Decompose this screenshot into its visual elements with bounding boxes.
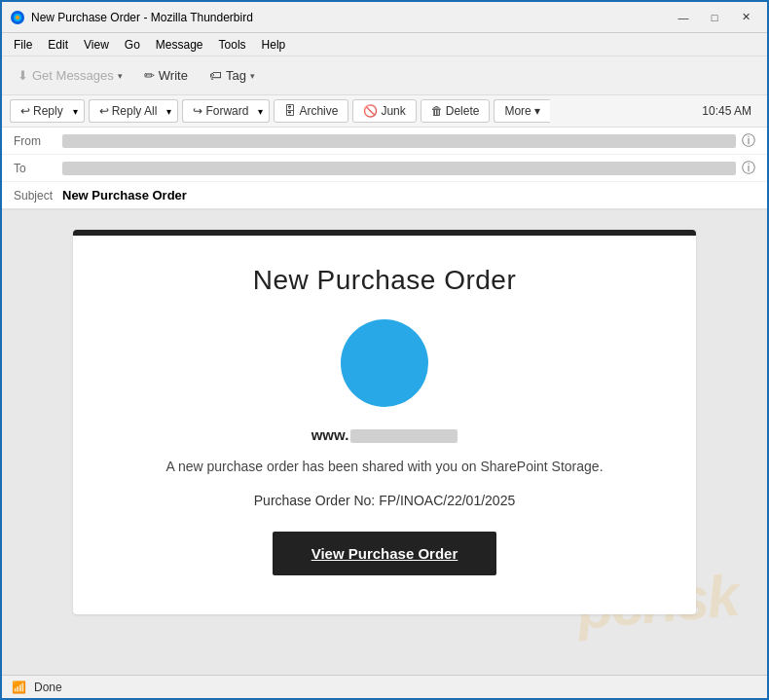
menu-view[interactable]: View [76, 36, 117, 54]
window-title: New Purchase Order - Mozilla Thunderbird [31, 11, 670, 24]
reply-all-icon: ↩ [99, 104, 109, 118]
junk-icon: 🚫 [363, 104, 378, 118]
reply-icon: ↩ [20, 104, 30, 118]
write-button[interactable]: ✏ Write [136, 64, 196, 87]
reply-button[interactable]: ↩ Reply [10, 99, 67, 123]
close-button[interactable]: ✕ [732, 8, 759, 27]
email-content-card: New Purchase Order www. A new purchase o… [73, 230, 696, 614]
more-arrow: ▾ [534, 104, 540, 118]
reply-all-dropdown[interactable]: ▾ [161, 99, 178, 123]
domain-prefix: www. [311, 426, 349, 443]
from-icon: ⓘ [742, 132, 755, 150]
app-icon [10, 10, 25, 25]
from-label: From [14, 134, 62, 148]
menu-message[interactable]: Message [148, 36, 211, 54]
reply-group: ↩ Reply ▾ [10, 99, 85, 123]
from-field: From ⓘ [2, 128, 767, 155]
forward-icon: ↪ [193, 104, 202, 118]
to-value [62, 162, 736, 175]
delete-icon: 🗑 [431, 104, 443, 118]
forward-group: ↪ Forward ▾ [182, 99, 270, 123]
get-messages-arrow: ▾ [118, 71, 123, 81]
reply-all-group: ↩ Reply All ▾ [89, 99, 179, 123]
email-message: A new purchase order has been shared wit… [112, 457, 657, 477]
to-field: To ⓘ [2, 155, 767, 182]
email-title: New Purchase Order [112, 265, 657, 296]
po-number: Purchase Order No: FP/INOAC/22/01/2025 [112, 493, 657, 508]
email-timestamp: 10:45 AM [702, 104, 759, 118]
delete-button[interactable]: 🗑 Delete [421, 99, 491, 123]
tag-button[interactable]: 🏷 Tag ▾ [201, 64, 263, 87]
email-inner: New Purchase Order www. A new purchase o… [73, 236, 696, 614]
menu-tools[interactable]: Tools [211, 36, 254, 54]
maximize-button[interactable]: □ [701, 8, 728, 27]
menu-file[interactable]: File [6, 36, 40, 54]
company-logo-circle [341, 319, 428, 407]
tag-arrow: ▾ [250, 71, 255, 81]
status-bar: 📶 Done [2, 675, 767, 698]
more-button[interactable]: More ▾ [494, 99, 549, 123]
reply-dropdown[interactable]: ▾ [67, 99, 85, 123]
forward-dropdown[interactable]: ▾ [252, 99, 270, 123]
tag-icon: 🏷 [209, 68, 222, 83]
menu-edit[interactable]: Edit [40, 36, 76, 54]
email-domain: www. [112, 426, 657, 443]
reply-all-button[interactable]: ↩ Reply All [89, 99, 162, 123]
domain-value [350, 429, 458, 443]
menu-bar: File Edit View Go Message Tools Help [2, 33, 767, 56]
from-value [62, 134, 736, 148]
title-bar: New Purchase Order - Mozilla Thunderbird… [2, 2, 767, 33]
forward-button[interactable]: ↪ Forward [182, 99, 252, 123]
email-header: ↩ Reply ▾ ↩ Reply All ▾ ↪ Forward ▾ [2, 95, 767, 210]
email-body: pcrisk New Purchase Order www. A new pur… [2, 210, 767, 675]
edit-icon: ✏ [144, 68, 155, 83]
subject-label: Subject [14, 189, 62, 203]
subject-value: New Purchase Order [62, 188, 187, 203]
to-icon: ⓘ [742, 160, 755, 177]
get-messages-button[interactable]: ⬇ Get Messages ▾ [10, 64, 130, 87]
archive-icon: 🗄 [284, 104, 296, 118]
svg-point-2 [16, 16, 19, 19]
subject-field: Subject New Purchase Order [2, 182, 767, 209]
app-toolbar: ⬇ Get Messages ▾ ✏ Write 🏷 Tag ▾ [2, 56, 767, 95]
to-label: To [14, 162, 62, 175]
minimize-button[interactable]: — [670, 8, 697, 27]
email-toolbar: ↩ Reply ▾ ↩ Reply All ▾ ↪ Forward ▾ [2, 95, 767, 128]
archive-button[interactable]: 🗄 Archive [274, 99, 348, 123]
menu-go[interactable]: Go [117, 36, 148, 54]
menu-help[interactable]: Help [254, 36, 294, 54]
download-icon: ⬇ [18, 68, 28, 83]
status-text: Done [34, 681, 62, 694]
more-group: More ▾ [494, 99, 549, 123]
window-controls: — □ ✕ [670, 8, 759, 27]
view-purchase-order-button[interactable]: View Purchase Order [273, 532, 497, 575]
wifi-icon: 📶 [12, 681, 26, 694]
junk-button[interactable]: 🚫 Junk [352, 99, 416, 123]
